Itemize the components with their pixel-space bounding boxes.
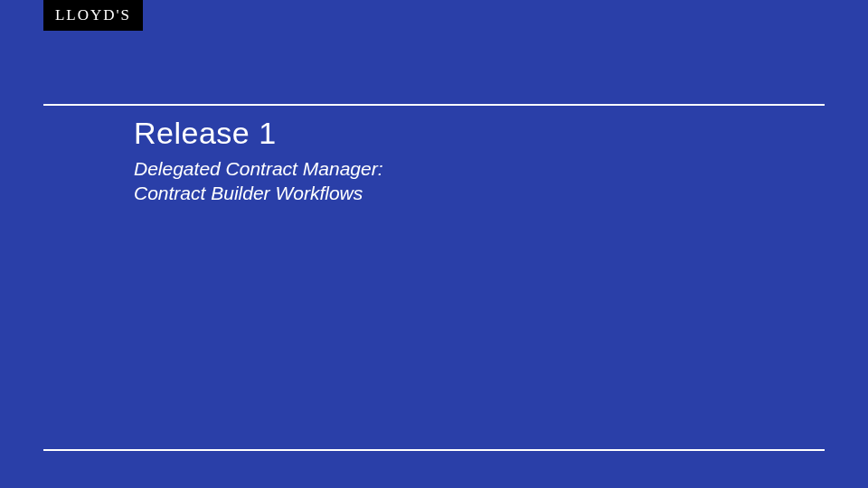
brand-logo-text: LLOYD'S	[55, 6, 131, 24]
subtitle-line-2: Contract Builder Workflows	[134, 183, 363, 203]
slide-title: Release 1	[134, 116, 825, 151]
brand-logo: LLOYD'S	[43, 0, 143, 31]
slide-subtitle: Delegated Contract Manager: Contract Bui…	[134, 156, 825, 206]
divider-top	[43, 104, 825, 106]
divider-bottom	[43, 449, 825, 451]
slide-content: Release 1 Delegated Contract Manager: Co…	[134, 116, 825, 206]
subtitle-line-1: Delegated Contract Manager:	[134, 158, 383, 179]
